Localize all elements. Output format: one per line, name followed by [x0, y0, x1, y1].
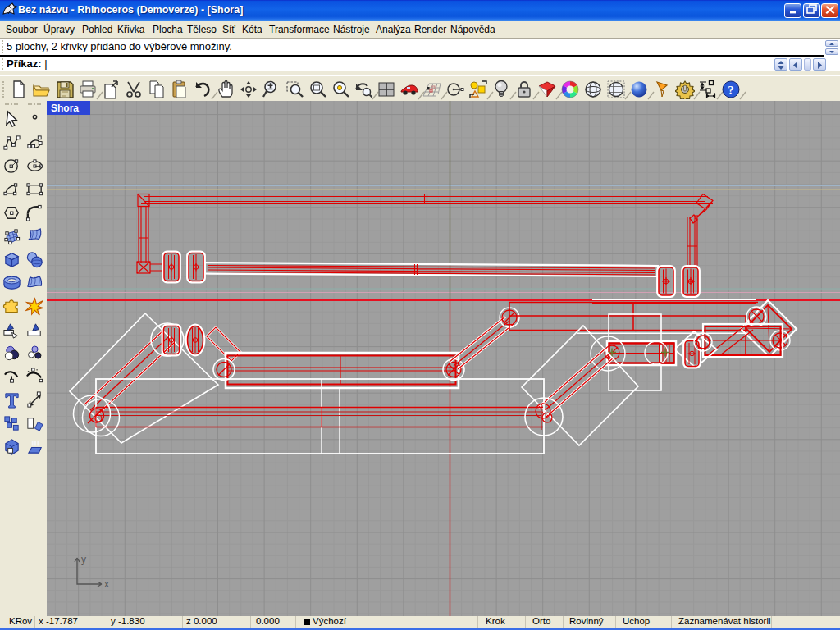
svg-text:Shora: Shora	[51, 103, 79, 114]
svg-text:y: y	[81, 554, 86, 565]
svg-text:x: x	[104, 578, 109, 590]
svg-text:?: ?	[728, 84, 734, 97]
